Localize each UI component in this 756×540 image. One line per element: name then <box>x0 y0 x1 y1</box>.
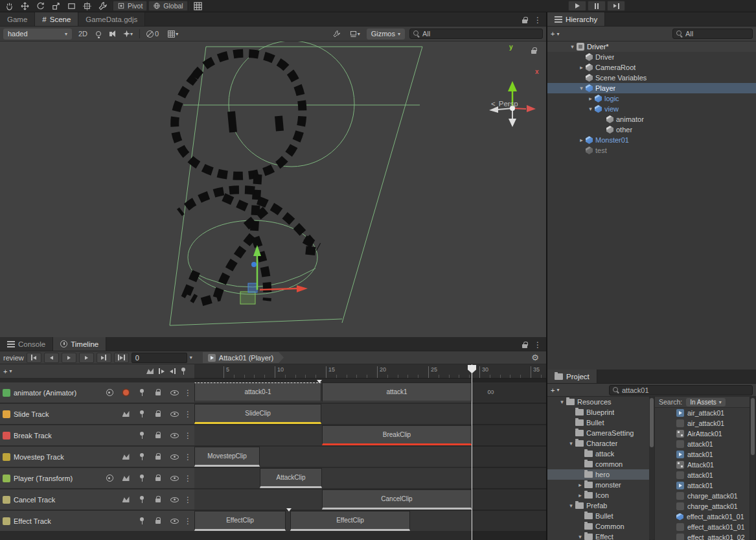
result-row[interactable]: air_attack01 <box>655 418 750 428</box>
hierarchy-item-scene[interactable]: ▾ Driver* <box>547 41 756 52</box>
move-tool-button[interactable] <box>17 1 32 11</box>
play-button[interactable] <box>568 1 586 11</box>
binding-target-icon[interactable] <box>106 389 113 396</box>
binding-target-icon[interactable] <box>106 475 113 482</box>
view-tool-button[interactable] <box>2 1 16 11</box>
scrollbar-thumb[interactable] <box>751 398 755 455</box>
track-menu-icon[interactable]: ⋮ <box>184 410 192 419</box>
lock-icon[interactable] <box>155 432 161 439</box>
curves-view-icon[interactable] <box>146 368 154 374</box>
timeline-lanes[interactable]: attack0-1 attack1 SlideClip BreakClip Mo… <box>194 379 546 540</box>
pin-icon[interactable] <box>139 432 144 439</box>
mute-eye-icon[interactable] <box>170 497 179 502</box>
track-menu-icon[interactable]: ⋮ <box>184 517 192 526</box>
play-timeline-button[interactable] <box>62 353 76 363</box>
timeline-ruler[interactable]: 5 10 15 20 25 30 35 <box>194 364 546 379</box>
hierarchy-item[interactable]: ▾ view <box>547 104 756 114</box>
track-menu-icon[interactable]: ⋮ <box>184 452 192 462</box>
camera-overlay-dropdown[interactable]: ▾ <box>347 29 362 40</box>
goto-end-button[interactable] <box>97 353 111 363</box>
folder-row[interactable]: ▸Icon <box>547 490 649 500</box>
track-header-player-transform[interactable]: Player (Transform) ⋮ <box>0 468 194 488</box>
folder-row[interactable]: ▾Character <box>547 438 649 449</box>
curves-icon[interactable] <box>122 475 130 481</box>
result-row[interactable]: charge_attack01 <box>655 491 750 501</box>
create-asset-button[interactable]: +▾ <box>551 386 559 394</box>
folder-row[interactable]: Bullet <box>547 417 649 428</box>
clip-slide[interactable]: SlideClip <box>194 404 321 424</box>
custom-tool-button[interactable] <box>95 1 109 11</box>
project-search-input[interactable] <box>622 386 749 394</box>
pivot-toggle[interactable]: Pivot <box>113 1 147 11</box>
rotate-tool-button[interactable] <box>33 1 47 11</box>
pin-icon[interactable] <box>139 389 144 396</box>
step-button[interactable] <box>607 1 625 11</box>
folder-row[interactable]: Blueprint <box>547 407 649 417</box>
expand-arrow-icon[interactable]: ▾ <box>577 83 586 93</box>
snap-icon[interactable] <box>181 368 186 375</box>
mute-eye-icon[interactable] <box>170 390 179 395</box>
curves-icon[interactable] <box>122 411 130 417</box>
curves-icon[interactable] <box>122 497 130 502</box>
mute-eye-icon[interactable] <box>170 476 179 481</box>
lock-icon[interactable] <box>522 17 528 24</box>
marker-visibility-icon[interactable] <box>170 368 176 374</box>
create-object-button[interactable]: +▾ <box>551 30 559 38</box>
clip-break[interactable]: BreakClip <box>322 425 472 445</box>
grid-snap-button[interactable] <box>191 1 205 11</box>
rect-tool-button[interactable] <box>64 1 78 11</box>
expand-arrow-icon[interactable]: ▾ <box>586 104 595 114</box>
folder-row[interactable]: attack <box>547 449 649 459</box>
result-row[interactable]: charge_attack01 <box>655 501 750 511</box>
frame-field[interactable]: 0 <box>132 353 187 363</box>
scene-viewport[interactable]: y x < Persp <box>0 41 546 337</box>
folder-row[interactable]: Common <box>547 521 649 532</box>
scene-search[interactable] <box>409 29 543 39</box>
scene-search-input[interactable] <box>422 30 539 38</box>
folder-row[interactable]: ▸monster <box>547 480 649 490</box>
hierarchy-item[interactable]: ▸ CameraRoot <box>547 62 756 73</box>
pin-icon[interactable] <box>139 475 144 482</box>
pin-icon[interactable] <box>139 496 144 503</box>
hierarchy-search-input[interactable] <box>685 30 749 38</box>
tab-game[interactable]: Game <box>0 12 35 26</box>
expand-arrow-icon[interactable]: ▸ <box>577 135 586 145</box>
track-menu-icon[interactable]: ⋮ <box>184 474 192 483</box>
clip-in-marker[interactable] <box>286 508 292 511</box>
hierarchy-item[interactable]: ▸ logic <box>547 93 756 104</box>
hierarchy-item[interactable]: animator <box>547 114 756 124</box>
track-header-slide[interactable]: Slide Track ⋮ <box>0 404 194 424</box>
2d-toggle[interactable]: 2D <box>76 29 89 40</box>
effects-dropdown[interactable]: ▾ <box>121 29 135 40</box>
clip-cancel[interactable]: CancelClip <box>322 489 472 510</box>
folder-row[interactable]: ▾Resources <box>547 397 649 407</box>
result-row[interactable]: attack01 <box>655 480 750 491</box>
expand-arrow-icon[interactable]: ▾ <box>576 532 584 540</box>
timeline-breadcrumb[interactable]: Attack01 (Player) <box>203 352 284 363</box>
expand-arrow-icon[interactable]: ▾ <box>567 500 575 511</box>
clip-attack1[interactable]: attack1 <box>322 382 472 403</box>
frame-dropdown-icon[interactable]: ▾ <box>190 355 192 360</box>
folder-row[interactable]: ▾Prefab <box>547 500 649 511</box>
track-menu-icon[interactable]: ⋮ <box>184 495 192 504</box>
expand-arrow-icon[interactable]: ▾ <box>567 438 575 449</box>
project-results-scrollbar[interactable] <box>750 397 755 540</box>
folder-row[interactable]: common <box>547 459 649 469</box>
hierarchy-item[interactable]: other <box>547 124 756 135</box>
track-header-movestep[interactable]: Movestep Track ⋮ <box>0 447 194 467</box>
expand-arrow-icon[interactable]: ▸ <box>586 93 595 104</box>
mute-eye-icon[interactable] <box>170 454 179 460</box>
pin-icon[interactable] <box>139 410 144 417</box>
hidden-objects-toggle[interactable]: 0 <box>144 29 161 40</box>
clip-attack[interactable]: AttackClip <box>260 468 322 488</box>
kebab-menu-icon[interactable]: ⋮ <box>534 340 542 349</box>
lock-icon[interactable] <box>155 389 161 396</box>
lighting-toggle[interactable] <box>94 29 103 40</box>
result-row[interactable]: AirAttack01 <box>655 428 750 439</box>
hierarchy-item[interactable]: test <box>547 145 756 156</box>
lock-icon[interactable] <box>155 496 161 503</box>
add-track-button[interactable]: +▾ <box>3 368 12 375</box>
prev-frame-button[interactable] <box>44 353 59 363</box>
lock-icon[interactable] <box>522 342 528 349</box>
grid-visibility-dropdown[interactable]: ▾ <box>165 29 180 40</box>
